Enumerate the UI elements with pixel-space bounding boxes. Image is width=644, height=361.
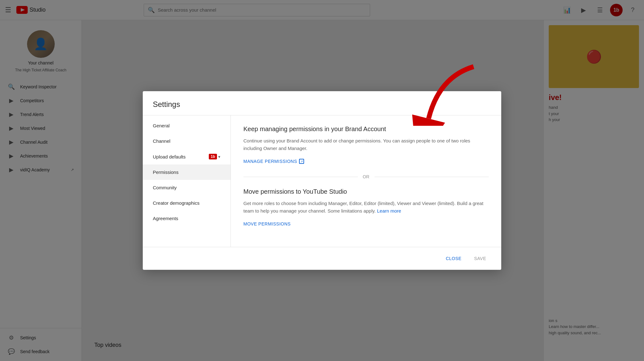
move-permissions-button[interactable]: MOVE PERMISSIONS xyxy=(243,221,291,226)
nav-item-community[interactable]: Community xyxy=(143,180,230,195)
nav-item-upload-defaults[interactable]: Upload defaults 1b ▾ xyxy=(143,149,230,164)
or-divider: OR xyxy=(243,174,489,179)
move-permissions-label: MOVE PERMISSIONS xyxy=(243,221,291,226)
modal-title: Settings xyxy=(153,100,491,109)
save-button[interactable]: SAVE xyxy=(469,253,491,264)
nav-label-permissions: Permissions xyxy=(153,169,179,175)
move-permissions-desc-text: Get more roles to choose from including … xyxy=(243,201,483,214)
nav-item-channel[interactable]: Channel xyxy=(143,133,230,149)
upload-defaults-badge: 1b ▾ xyxy=(209,154,220,159)
chevron-down-icon: ▾ xyxy=(218,154,220,159)
close-button[interactable]: CLOSE xyxy=(441,253,467,264)
badge-text: 1b xyxy=(209,154,217,159)
nav-item-general[interactable]: General xyxy=(143,118,230,133)
nav-label-upload-defaults: Upload defaults xyxy=(153,154,186,159)
divider-right xyxy=(375,177,489,177)
brand-account-section: Keep managing permissions in your Brand … xyxy=(243,125,489,164)
modal-nav: General Channel Upload defaults 1b ▾ Per… xyxy=(143,115,231,247)
move-permissions-desc: Get more roles to choose from including … xyxy=(243,200,489,215)
modal-body: General Channel Upload defaults 1b ▾ Per… xyxy=(143,115,501,247)
nav-item-permissions[interactable]: Permissions xyxy=(143,164,230,180)
brand-account-desc: Continue using your Brand Account to add… xyxy=(243,137,489,152)
nav-label-agreements: Agreements xyxy=(153,216,178,221)
brand-account-title: Keep managing permissions in your Brand … xyxy=(243,125,489,133)
nav-label-general: General xyxy=(153,123,169,128)
modal-content-area: Keep managing permissions in your Brand … xyxy=(231,115,501,247)
settings-modal: Settings General Channel Upload defaults… xyxy=(143,91,501,270)
external-link-icon xyxy=(299,159,304,164)
move-permissions-section: Move permissions to YouTube Studio Get m… xyxy=(243,188,489,227)
modal-header: Settings xyxy=(143,91,501,115)
manage-permissions-button[interactable]: MANAGE PERMISSIONS xyxy=(243,159,304,164)
manage-permissions-label: MANAGE PERMISSIONS xyxy=(243,159,297,164)
nav-label-community: Community xyxy=(153,185,177,190)
move-permissions-title: Move permissions to YouTube Studio xyxy=(243,188,489,195)
divider-text: OR xyxy=(363,174,369,179)
nav-label-creator-demographics: Creator demographics xyxy=(153,200,199,206)
divider-left xyxy=(243,177,358,177)
nav-label-channel: Channel xyxy=(153,138,170,144)
nav-item-creator-demographics[interactable]: Creator demographics xyxy=(143,195,230,211)
modal-overlay[interactable]: Settings General Channel Upload defaults… xyxy=(0,0,644,361)
learn-more-link[interactable]: Learn more xyxy=(377,208,401,214)
modal-footer: CLOSE SAVE xyxy=(143,247,501,270)
nav-item-agreements[interactable]: Agreements xyxy=(143,211,230,226)
